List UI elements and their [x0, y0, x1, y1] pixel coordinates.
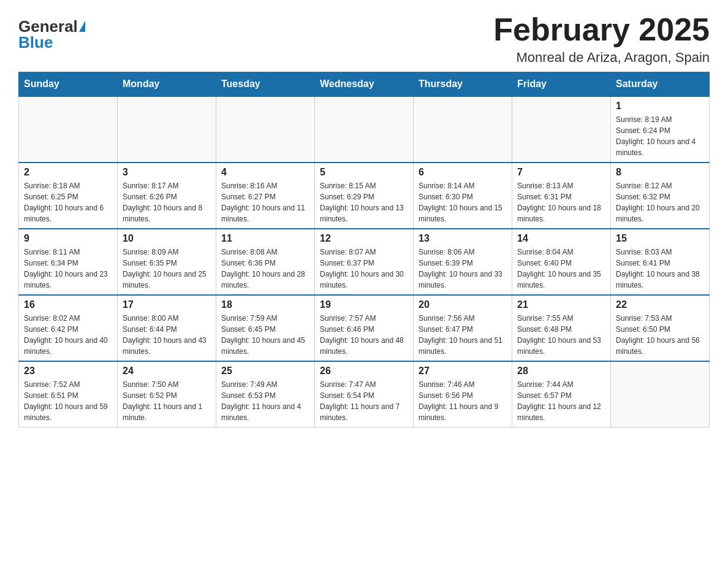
day-info: Sunrise: 8:04 AMSunset: 6:40 PMDaylight:… [517, 247, 605, 291]
day-number: 15 [616, 233, 704, 244]
day-number: 20 [419, 299, 507, 310]
day-number: 21 [517, 299, 605, 310]
day-info: Sunrise: 8:03 AMSunset: 6:41 PMDaylight:… [616, 247, 704, 291]
weekday-header-row: Sunday Monday Tuesday Wednesday Thursday… [19, 72, 710, 97]
calendar-week-row: 9Sunrise: 8:11 AMSunset: 6:34 PMDaylight… [19, 229, 710, 295]
calendar-week-row: 1Sunrise: 8:19 AMSunset: 6:24 PMDaylight… [19, 96, 710, 163]
day-info: Sunrise: 8:19 AMSunset: 6:24 PMDaylight:… [616, 114, 704, 158]
table-row: 3Sunrise: 8:17 AMSunset: 6:26 PMDaylight… [118, 163, 216, 229]
table-row [315, 96, 414, 163]
day-info: Sunrise: 8:09 AMSunset: 6:35 PMDaylight:… [123, 247, 211, 291]
day-info: Sunrise: 7:57 AMSunset: 6:46 PMDaylight:… [320, 313, 408, 357]
day-number: 11 [221, 233, 309, 244]
table-row: 19Sunrise: 7:57 AMSunset: 6:46 PMDayligh… [315, 295, 414, 361]
day-info: Sunrise: 8:06 AMSunset: 6:39 PMDaylight:… [419, 247, 507, 291]
table-row: 10Sunrise: 8:09 AMSunset: 6:35 PMDayligh… [118, 229, 216, 295]
header-monday: Monday [118, 72, 216, 97]
day-info: Sunrise: 8:02 AMSunset: 6:42 PMDaylight:… [24, 313, 112, 357]
day-number: 22 [616, 299, 704, 310]
day-number: 4 [221, 167, 309, 178]
day-info: Sunrise: 8:16 AMSunset: 6:27 PMDaylight:… [221, 180, 309, 224]
calendar-week-row: 16Sunrise: 8:02 AMSunset: 6:42 PMDayligh… [19, 295, 710, 361]
day-info: Sunrise: 7:56 AMSunset: 6:47 PMDaylight:… [419, 313, 507, 357]
day-number: 10 [123, 233, 211, 244]
table-row: 17Sunrise: 8:00 AMSunset: 6:44 PMDayligh… [118, 295, 216, 361]
calendar-week-row: 23Sunrise: 7:52 AMSunset: 6:51 PMDayligh… [19, 361, 710, 427]
day-info: Sunrise: 7:49 AMSunset: 6:53 PMDaylight:… [221, 379, 309, 423]
day-info: Sunrise: 7:47 AMSunset: 6:54 PMDaylight:… [320, 379, 408, 423]
day-number: 8 [616, 167, 704, 178]
header-thursday: Thursday [414, 72, 512, 97]
day-number: 26 [320, 366, 408, 377]
day-info: Sunrise: 8:00 AMSunset: 6:44 PMDaylight:… [123, 313, 211, 357]
day-number: 27 [419, 366, 507, 377]
day-info: Sunrise: 7:53 AMSunset: 6:50 PMDaylight:… [616, 313, 704, 357]
table-row: 15Sunrise: 8:03 AMSunset: 6:41 PMDayligh… [611, 229, 710, 295]
day-info: Sunrise: 7:52 AMSunset: 6:51 PMDaylight:… [24, 379, 112, 423]
day-number: 17 [123, 299, 211, 310]
calendar-week-row: 2Sunrise: 8:18 AMSunset: 6:25 PMDaylight… [19, 163, 710, 229]
day-number: 28 [517, 366, 605, 377]
day-number: 18 [221, 299, 309, 310]
day-info: Sunrise: 8:11 AMSunset: 6:34 PMDaylight:… [24, 247, 112, 291]
table-row: 18Sunrise: 7:59 AMSunset: 6:45 PMDayligh… [216, 295, 315, 361]
day-number: 19 [320, 299, 408, 310]
day-info: Sunrise: 8:13 AMSunset: 6:31 PMDaylight:… [517, 180, 605, 224]
table-row: 21Sunrise: 7:55 AMSunset: 6:48 PMDayligh… [512, 295, 611, 361]
day-info: Sunrise: 7:44 AMSunset: 6:57 PMDaylight:… [517, 379, 605, 423]
day-number: 5 [320, 167, 408, 178]
month-title: February 2025 [493, 12, 710, 47]
table-row: 20Sunrise: 7:56 AMSunset: 6:47 PMDayligh… [414, 295, 512, 361]
day-info: Sunrise: 7:50 AMSunset: 6:52 PMDaylight:… [123, 379, 211, 423]
header-wednesday: Wednesday [315, 72, 414, 97]
table-row: 4Sunrise: 8:16 AMSunset: 6:27 PMDaylight… [216, 163, 315, 229]
table-row: 22Sunrise: 7:53 AMSunset: 6:50 PMDayligh… [611, 295, 710, 361]
day-number: 14 [517, 233, 605, 244]
table-row: 27Sunrise: 7:46 AMSunset: 6:56 PMDayligh… [414, 361, 512, 427]
day-number: 6 [419, 167, 507, 178]
day-number: 25 [221, 366, 309, 377]
header-tuesday: Tuesday [216, 72, 315, 97]
location-subtitle: Monreal de Ariza, Aragon, Spain [493, 50, 710, 66]
table-row [414, 96, 512, 163]
day-number: 3 [123, 167, 211, 178]
table-row: 11Sunrise: 8:08 AMSunset: 6:36 PMDayligh… [216, 229, 315, 295]
logo-blue-text: Blue [18, 34, 53, 50]
day-info: Sunrise: 8:08 AMSunset: 6:36 PMDaylight:… [221, 247, 309, 291]
table-row [611, 361, 710, 427]
table-row: 23Sunrise: 7:52 AMSunset: 6:51 PMDayligh… [19, 361, 118, 427]
day-number: 12 [320, 233, 408, 244]
day-info: Sunrise: 8:18 AMSunset: 6:25 PMDaylight:… [24, 180, 112, 224]
day-number: 23 [24, 366, 112, 377]
day-info: Sunrise: 8:17 AMSunset: 6:26 PMDaylight:… [123, 180, 211, 224]
day-number: 16 [24, 299, 112, 310]
day-number: 13 [419, 233, 507, 244]
day-info: Sunrise: 8:12 AMSunset: 6:32 PMDaylight:… [616, 180, 704, 224]
table-row: 7Sunrise: 8:13 AMSunset: 6:31 PMDaylight… [512, 163, 611, 229]
table-row: 13Sunrise: 8:06 AMSunset: 6:39 PMDayligh… [414, 229, 512, 295]
table-row: 16Sunrise: 8:02 AMSunset: 6:42 PMDayligh… [19, 295, 118, 361]
table-row: 24Sunrise: 7:50 AMSunset: 6:52 PMDayligh… [118, 361, 216, 427]
table-row: 12Sunrise: 8:07 AMSunset: 6:37 PMDayligh… [315, 229, 414, 295]
table-row: 5Sunrise: 8:15 AMSunset: 6:29 PMDaylight… [315, 163, 414, 229]
table-row [19, 96, 118, 163]
table-row: 28Sunrise: 7:44 AMSunset: 6:57 PMDayligh… [512, 361, 611, 427]
page-header: General Blue February 2025 Monreal de Ar… [18, 12, 710, 66]
day-info: Sunrise: 8:15 AMSunset: 6:29 PMDaylight:… [320, 180, 408, 224]
table-row: 14Sunrise: 8:04 AMSunset: 6:40 PMDayligh… [512, 229, 611, 295]
day-number: 24 [123, 366, 211, 377]
logo-triangle-icon [79, 21, 85, 32]
table-row: 9Sunrise: 8:11 AMSunset: 6:34 PMDaylight… [19, 229, 118, 295]
header-friday: Friday [512, 72, 611, 97]
day-number: 7 [517, 167, 605, 178]
table-row: 8Sunrise: 8:12 AMSunset: 6:32 PMDaylight… [611, 163, 710, 229]
logo: General Blue [18, 12, 85, 50]
table-row: 26Sunrise: 7:47 AMSunset: 6:54 PMDayligh… [315, 361, 414, 427]
day-info: Sunrise: 7:46 AMSunset: 6:56 PMDaylight:… [419, 379, 507, 423]
table-row: 2Sunrise: 8:18 AMSunset: 6:25 PMDaylight… [19, 163, 118, 229]
day-info: Sunrise: 8:07 AMSunset: 6:37 PMDaylight:… [320, 247, 408, 291]
day-info: Sunrise: 8:14 AMSunset: 6:30 PMDaylight:… [419, 180, 507, 224]
day-number: 9 [24, 233, 112, 244]
day-number: 1 [616, 101, 704, 112]
header-sunday: Sunday [19, 72, 118, 97]
